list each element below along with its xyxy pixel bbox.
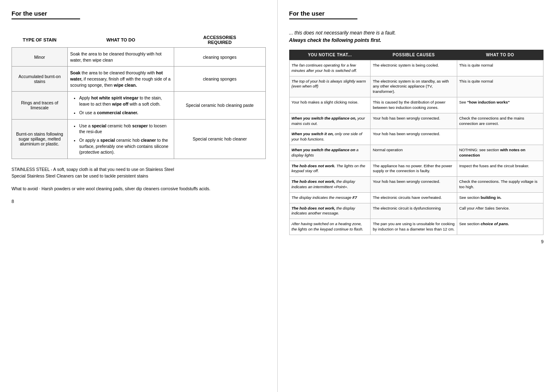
- whattodo-cell: See "how induction works": [457, 97, 543, 113]
- causes-cell: Your hob has been wrongly connected.: [371, 113, 457, 129]
- page-container: For the user TYPE OF STAIN WHAT TO DO AC…: [0, 0, 555, 392]
- col-what-to-do: WHAT TO DO: [457, 50, 543, 60]
- notice-cell: When you switch the appliance on a displ…: [289, 145, 371, 161]
- table-row: Minor Soak the area to be cleaned thorou…: [12, 48, 266, 67]
- causes-cell: The electronic circuit is dysfunctionnin…: [371, 203, 457, 219]
- table-row: Burnt-on stains following sugar spillage…: [12, 119, 266, 159]
- causes-cell: Your hob has been wrongly connected.: [371, 129, 457, 145]
- stain-type-cell: Rings and traces of limescale: [12, 92, 68, 119]
- fault-row: Your hob makes a slight clicking noise. …: [289, 97, 543, 113]
- table-row: Accumulated burnt-on stains Soak the are…: [12, 67, 266, 92]
- fault-row: The top of your hob is always slightly w…: [289, 76, 543, 97]
- fault-row: After having switched on a heating zone,…: [289, 219, 543, 235]
- accessories-cell: Special ceramic hob cleaning paste: [174, 92, 265, 119]
- what-to-do-cell: Use a special ceramic hob scraper to loo…: [67, 119, 174, 159]
- causes-cell: This is caused by the distribution of po…: [371, 97, 457, 113]
- accessories-cell: cleaning sponges: [174, 67, 265, 92]
- whattodo-cell: Check the connections and the mains conn…: [457, 113, 543, 129]
- causes-cell: The appliance has no power. Either the p…: [371, 161, 457, 177]
- fault-row: The display indicates the message F7 The…: [289, 192, 543, 203]
- stain-type-cell: Minor: [12, 48, 68, 67]
- left-page: For the user TYPE OF STAIN WHAT TO DO AC…: [0, 0, 278, 392]
- what-to-do-cell: Apply hot white spirit vinegar to the st…: [67, 92, 174, 119]
- col-accessories: ACCESSORIESREQUIRED: [174, 32, 265, 48]
- right-page-number: 9: [289, 239, 544, 244]
- notice-cell: The fan continues operating for a few mi…: [289, 60, 371, 76]
- notice-cell: The hob does not work, the display indic…: [289, 177, 371, 193]
- notice-cell: The top of your hob is always slightly w…: [289, 76, 371, 97]
- table-row: Rings and traces of limescale Apply hot …: [12, 92, 266, 119]
- fault-row: When you switch the appliance on a displ…: [289, 145, 543, 161]
- whattodo-cell: This is quite normal: [457, 76, 543, 97]
- whattodo-cell: Call your After Sales Service.: [457, 203, 543, 219]
- fault-row: The fan continues operating for a few mi…: [289, 60, 543, 76]
- fault-row: When you switch it on, only one side of …: [289, 129, 543, 145]
- notice-cell: The display indicates the message F7: [289, 192, 371, 203]
- whattodo-cell: Check the connections. The supply voltag…: [457, 177, 543, 193]
- col-what-to-do: WHAT TO DO: [67, 32, 174, 48]
- left-page-number: 8: [12, 199, 266, 204]
- whattodo-cell: [457, 129, 543, 145]
- col-possible-causes: POSSIBLE CAUSES: [371, 50, 457, 60]
- footnote-section: STAINLESS STEEL - A soft, soapy cloth is…: [12, 166, 266, 192]
- footnote-line-2: Special Stainless Steel Cleaners can be …: [12, 173, 266, 180]
- whattodo-cell: This is quite normal: [457, 60, 543, 76]
- col-stain-type: TYPE OF STAIN: [12, 32, 68, 48]
- whattodo-cell: See section building in.: [457, 192, 543, 203]
- notice-cell: The hob does not work, the display indic…: [289, 203, 371, 219]
- fault-intro-italic: ... this does not necessarily mean there…: [289, 30, 396, 36]
- stain-type-cell: Burnt-on stains following sugar spillage…: [12, 119, 68, 159]
- notice-cell: When you switch the appliance on, your m…: [289, 113, 371, 129]
- causes-cell: The electronic circuits have overheated.: [371, 192, 457, 203]
- causes-cell: Your hob has been wrongly connected.: [371, 177, 457, 193]
- fault-intro: ... this does not necessarily mean there…: [289, 29, 544, 44]
- what-to-do-cell: Soak the area to be cleaned thoroughly w…: [67, 67, 174, 92]
- notice-cell: Your hob makes a slight clicking noise.: [289, 97, 371, 113]
- whattodo-cell: Inspect the fuses and the circuit breake…: [457, 161, 543, 177]
- accessories-cell: cleaning sponges: [174, 48, 265, 67]
- whattodo-cell: See section choice of pans.: [457, 219, 543, 235]
- causes-cell: The pan you are using is unsuitable for …: [371, 219, 457, 235]
- fault-intro-bold: Always check the following points first.: [289, 37, 382, 43]
- causes-cell: Normal operation: [371, 145, 457, 161]
- footnote-line-1: STAINLESS STEEL - A soft, soapy cloth is…: [12, 166, 266, 173]
- causes-cell: The electronic system is being cooled.: [371, 60, 457, 76]
- right-page-header: For the user: [289, 10, 358, 19]
- stain-type-cell: Accumulated burnt-on stains: [12, 67, 68, 92]
- notice-cell: The hob does not work. The lights on the…: [289, 161, 371, 177]
- fault-row: The hob does not work, the display indic…: [289, 177, 543, 193]
- left-page-header: For the user: [12, 10, 80, 19]
- causes-cell: The electronic system is on standby, as …: [371, 76, 457, 97]
- fault-table: YOU NOTICE THAT... POSSIBLE CAUSES WHAT …: [289, 50, 544, 235]
- notice-cell: When you switch it on, only one side of …: [289, 129, 371, 145]
- col-you-notice: YOU NOTICE THAT...: [289, 50, 371, 60]
- fault-row: The hob does not work, the display indic…: [289, 203, 543, 219]
- stain-table: TYPE OF STAIN WHAT TO DO ACCESSORIESREQU…: [12, 32, 266, 159]
- right-page: For the user ... this does not necessari…: [278, 0, 555, 392]
- fault-row: When you switch the appliance on, your m…: [289, 113, 543, 129]
- notice-cell: After having switched on a heating zone,…: [289, 219, 371, 235]
- fault-row: The hob does not work. The lights on the…: [289, 161, 543, 177]
- whattodo-cell: NOTHING: see section with notes on conne…: [457, 145, 543, 161]
- what-to-do-cell: Soak the area to be cleaned thoroughly w…: [67, 48, 174, 67]
- footnote-line-3: What to avoid · Harsh powders or wire wo…: [12, 186, 266, 192]
- accessories-cell: Special ceramic hob cleaner: [174, 119, 265, 159]
